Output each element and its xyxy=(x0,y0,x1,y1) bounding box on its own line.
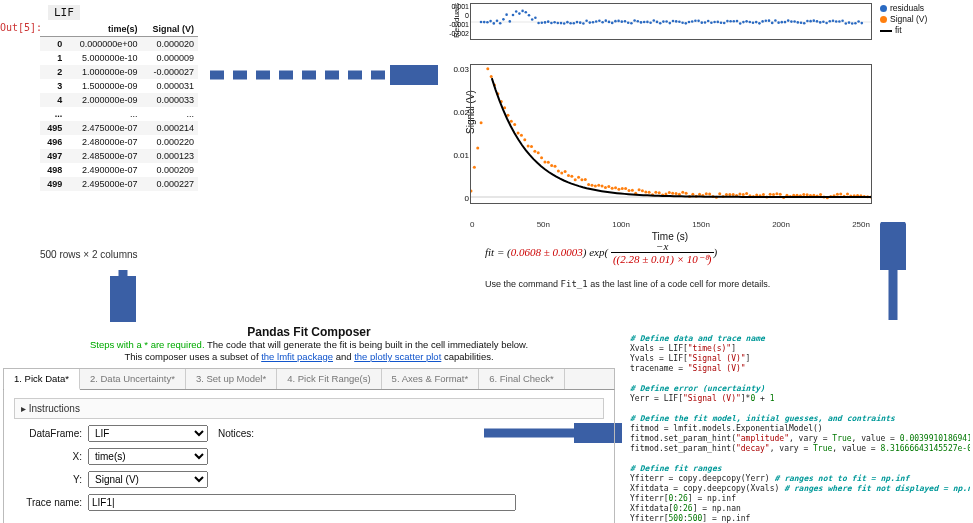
tab-pick-fit-ranges[interactable]: 4. Pick Fit Range(s) xyxy=(277,369,381,389)
sig-ytick: 0.02 xyxy=(443,108,469,117)
svg-point-89 xyxy=(749,21,752,24)
svg-point-71 xyxy=(691,20,694,23)
svg-point-114 xyxy=(829,20,832,23)
svg-point-160 xyxy=(584,178,587,181)
input-trace-name[interactable] xyxy=(88,494,516,511)
table-row: ......... xyxy=(40,107,198,121)
svg-point-77 xyxy=(710,21,713,24)
svg-point-185 xyxy=(668,191,671,194)
svg-point-75 xyxy=(704,21,707,24)
table-row: 4992.495000e-070.000227 xyxy=(40,177,198,191)
signal-plot[interactable]: 0 0.01 0.02 0.03 xyxy=(470,64,872,204)
arrow-up-plot xyxy=(880,222,906,322)
svg-point-85 xyxy=(736,20,739,23)
svg-point-161 xyxy=(587,183,590,186)
svg-point-55 xyxy=(640,21,643,24)
tab-axes-format[interactable]: 5. Axes & Format* xyxy=(382,369,480,389)
select-x[interactable]: time(s) xyxy=(88,448,208,465)
fit-formula: fit = (0.0608 ± 0.0003) exp( −x ((2.28 ±… xyxy=(485,240,717,266)
svg-point-217 xyxy=(775,192,778,195)
resid-ytick: 0.001 xyxy=(443,2,469,11)
svg-point-8 xyxy=(489,20,492,23)
svg-point-225 xyxy=(802,193,805,196)
svg-point-216 xyxy=(772,193,775,196)
svg-point-33 xyxy=(569,22,572,25)
svg-point-174 xyxy=(631,189,634,192)
svg-point-148 xyxy=(543,160,546,163)
svg-point-20 xyxy=(528,14,531,17)
svg-point-208 xyxy=(745,192,748,195)
sig-xtick: 250n xyxy=(852,220,870,229)
svg-point-165 xyxy=(601,184,604,187)
select-y[interactable]: Signal (V) xyxy=(88,471,208,488)
svg-point-178 xyxy=(644,191,647,194)
select-dataframe[interactable]: LIF xyxy=(88,425,208,442)
svg-point-66 xyxy=(675,20,678,23)
svg-point-177 xyxy=(641,189,644,192)
svg-point-58 xyxy=(649,22,652,25)
svg-point-140 xyxy=(517,131,520,134)
svg-point-103 xyxy=(793,20,796,23)
tab-data-uncertainty[interactable]: 2. Data Uncertainty* xyxy=(80,369,186,389)
svg-point-213 xyxy=(762,193,765,196)
label-dataframe: DataFrame: xyxy=(14,428,82,439)
link-lmfit[interactable]: the lmfit package xyxy=(261,351,333,362)
svg-point-63 xyxy=(665,20,668,23)
svg-point-15 xyxy=(512,14,515,17)
svg-point-76 xyxy=(707,20,710,23)
plot-legend: residuals Signal (V) fit xyxy=(880,3,927,36)
svg-point-238 xyxy=(846,193,849,196)
sig-ytick: 0.03 xyxy=(443,65,469,74)
svg-point-23 xyxy=(537,22,540,25)
svg-point-119 xyxy=(845,22,848,25)
svg-point-171 xyxy=(621,187,624,190)
tab-pick-data[interactable]: 1. Pick Data* xyxy=(4,369,80,390)
legend-residuals: residuals xyxy=(890,3,924,13)
svg-point-7 xyxy=(486,21,489,24)
svg-point-118 xyxy=(841,19,844,22)
svg-point-163 xyxy=(594,185,597,188)
svg-point-115 xyxy=(832,19,835,22)
residuals-plot[interactable]: 0.001 0 -0.001 -0.002 xyxy=(470,3,872,40)
svg-point-158 xyxy=(577,176,580,179)
svg-point-49 xyxy=(621,20,624,23)
tab-set-up-model[interactable]: 3. Set up Model* xyxy=(186,369,277,389)
svg-point-69 xyxy=(685,22,688,25)
svg-point-116 xyxy=(835,20,838,23)
svg-point-202 xyxy=(725,193,728,196)
svg-point-164 xyxy=(597,184,600,187)
svg-point-28 xyxy=(553,21,556,24)
svg-point-169 xyxy=(614,186,617,189)
table-row: 4952.475000e-070.000214 xyxy=(40,121,198,135)
svg-point-194 xyxy=(698,193,701,196)
svg-point-150 xyxy=(550,164,553,167)
label-x: X: xyxy=(14,451,82,462)
svg-point-110 xyxy=(816,20,819,23)
svg-point-197 xyxy=(708,192,711,195)
svg-point-18 xyxy=(521,10,524,13)
svg-point-168 xyxy=(611,187,614,190)
svg-point-67 xyxy=(678,20,681,23)
svg-point-51 xyxy=(627,21,630,24)
svg-point-32 xyxy=(566,21,569,24)
svg-point-34 xyxy=(573,22,576,25)
label-trace-name: Trace name: xyxy=(14,497,82,508)
svg-point-230 xyxy=(819,193,822,196)
svg-point-108 xyxy=(809,20,812,23)
svg-point-226 xyxy=(806,193,809,196)
svg-point-124 xyxy=(861,22,864,25)
svg-point-172 xyxy=(624,187,627,190)
col-signal: Signal (V) xyxy=(141,22,198,37)
svg-point-19 xyxy=(525,11,528,14)
svg-point-206 xyxy=(738,193,741,196)
svg-point-74 xyxy=(701,21,704,24)
table-row: 21.000000e-09-0.000027 xyxy=(40,65,198,79)
svg-point-44 xyxy=(605,19,608,22)
link-plotly[interactable]: the plotly scatter plot xyxy=(354,351,441,362)
tab-final-check[interactable]: 6. Final Check* xyxy=(479,369,564,389)
svg-point-79 xyxy=(717,21,720,24)
svg-point-142 xyxy=(523,138,526,141)
svg-point-154 xyxy=(564,170,567,173)
instructions-accordion[interactable]: Instructions xyxy=(14,398,604,419)
label-notices: Notices: xyxy=(218,428,254,439)
